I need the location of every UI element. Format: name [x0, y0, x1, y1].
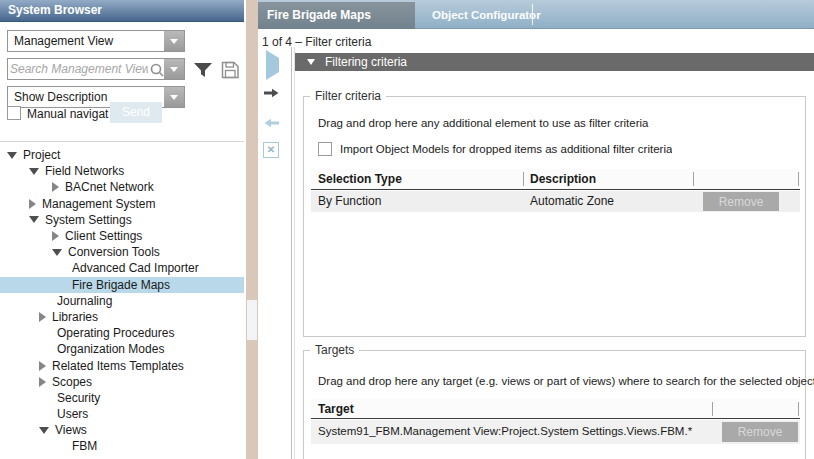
system-browser-panel: System Browser Management View Show De: [0, 0, 244, 459]
separator-line: [0, 141, 244, 142]
collapse-arrow-icon[interactable]: [39, 427, 49, 434]
back-arrow-icon: [265, 119, 280, 127]
column-separator[interactable]: [523, 172, 524, 186]
tree-item-journaling[interactable]: Journaling: [0, 293, 244, 309]
filtering-criteria-section-header[interactable]: Filtering criteria: [295, 53, 814, 71]
display-mode-arrow-button[interactable]: [164, 87, 184, 107]
tree-item-label: Fire Brigade Maps: [72, 278, 170, 292]
tree-item-views[interactable]: Views: [0, 422, 244, 438]
tree-item-management-system[interactable]: Management System: [0, 196, 244, 212]
filter-table-row[interactable]: By Function Automatic Zone Remove: [311, 191, 800, 212]
system-tree: ProjectField NetworksBACnet NetworkManag…: [0, 147, 244, 455]
tree-item-bacnet-network[interactable]: BACnet Network: [0, 179, 244, 195]
panel-splitter[interactable]: [246, 0, 258, 459]
collapse-arrow-icon[interactable]: [29, 168, 39, 175]
tree-item-advanced-cad-importer[interactable]: Advanced Cad Importer: [0, 260, 244, 276]
view-selector-dropdown[interactable]: Management View: [7, 30, 185, 52]
collapse-arrow-icon[interactable]: [307, 59, 315, 65]
search-input[interactable]: [10, 60, 148, 78]
remove-filter-button[interactable]: Remove: [703, 192, 779, 211]
expand-arrow-icon[interactable]: [39, 361, 46, 371]
tree-item-users[interactable]: Users: [0, 406, 244, 422]
manual-navigation-label: Manual navigatic: [27, 107, 109, 121]
tree-item-security[interactable]: Security: [0, 390, 244, 406]
view-selector-arrow-button[interactable]: [164, 31, 184, 51]
tree-item-label: FBM: [72, 439, 97, 453]
column-separator[interactable]: [798, 402, 799, 416]
column-separator[interactable]: [798, 172, 799, 186]
filter-icon[interactable]: [193, 62, 213, 78]
column-separator[interactable]: [712, 402, 713, 416]
tree-item-label: Scopes: [52, 375, 92, 389]
tree-item-scopes[interactable]: Scopes: [0, 374, 244, 390]
column-header-target[interactable]: Target: [318, 402, 354, 416]
expand-arrow-icon[interactable]: [29, 199, 36, 209]
back-button[interactable]: [263, 117, 280, 129]
expand-arrow-icon[interactable]: [39, 377, 46, 387]
section-header-label: Filtering criteria: [325, 53, 407, 71]
breadcrumb: 1 of 4 – Filter criteria: [262, 35, 371, 49]
targets-table-row[interactable]: System91_FBM.Management View:Project.Sys…: [311, 420, 800, 444]
splitter-grip-handle[interactable]: [247, 300, 257, 340]
manual-navigation-checkbox[interactable]: [7, 106, 21, 120]
chevron-down-icon: [170, 39, 178, 44]
tree-item-libraries[interactable]: Libraries: [0, 309, 244, 325]
view-selector-value: Management View: [14, 34, 113, 48]
tree-item-conversion-tools[interactable]: Conversion Tools: [0, 244, 244, 260]
tab-object-configurator[interactable]: Object Configurator: [430, 2, 545, 29]
tree-item-fbm[interactable]: FBM: [0, 438, 244, 454]
chevron-down-icon: [170, 67, 178, 72]
collapse-arrow-icon[interactable]: [52, 249, 62, 256]
search-icon[interactable]: [149, 62, 165, 78]
targets-group-label: Targets: [310, 343, 359, 357]
save-icon[interactable]: [221, 61, 240, 79]
tree-item-label: Management System: [42, 197, 155, 211]
filter-criteria-group-label: Filter criteria: [310, 89, 386, 103]
tree-item-operating-procedures[interactable]: Operating Procedures: [0, 325, 244, 341]
filter-drop-hint: Drag and drop here any additional elemen…: [318, 117, 649, 129]
remove-target-button[interactable]: Remove: [722, 422, 798, 442]
import-object-models-label: Import Object Models for dropped items a…: [340, 143, 672, 155]
tree-item-project[interactable]: Project: [0, 147, 244, 163]
tree-item-label: Views: [55, 423, 87, 437]
tree-item-label: Project: [23, 148, 60, 162]
tree-item-field-networks[interactable]: Field Networks: [0, 163, 244, 179]
search-box[interactable]: [7, 58, 185, 80]
column-header-description[interactable]: Description: [530, 172, 596, 186]
expand-arrow-icon[interactable]: [52, 182, 59, 192]
tree-item-label: Security: [57, 391, 100, 405]
tree-item-related-items-templates[interactable]: Related Items Templates: [0, 357, 244, 373]
targets-drop-hint: Drag and drop here any target (e.g. view…: [318, 375, 814, 387]
collapse-arrow-icon[interactable]: [29, 216, 39, 223]
work-area-panel: Fire Brigade Maps Object Configurator 1 …: [258, 0, 814, 459]
tree-item-label: Libraries: [52, 310, 98, 324]
filter-table-header: Selection Type Description: [311, 169, 800, 190]
tree-item-organization-modes[interactable]: Organization Modes: [0, 341, 244, 357]
send-button[interactable]: Send: [110, 102, 162, 123]
tree-item-label: Users: [57, 407, 88, 421]
tab-fire-brigade-maps[interactable]: Fire Brigade Maps: [258, 2, 415, 29]
column-header-selection-type[interactable]: Selection Type: [318, 172, 402, 186]
tree-item-label: System Settings: [45, 213, 132, 227]
tree-item-label: Journaling: [57, 294, 112, 308]
play-button[interactable]: [266, 58, 279, 72]
column-separator[interactable]: [693, 172, 694, 186]
tree-item-fire-brigade-maps[interactable]: Fire Brigade Maps: [0, 277, 244, 293]
application-window: System Browser Management View Show De: [0, 0, 814, 459]
filter-criteria-group: [303, 96, 806, 337]
collapse-arrow-icon[interactable]: [7, 152, 17, 159]
close-button[interactable]: ✕: [263, 142, 279, 158]
forward-button[interactable]: [263, 87, 280, 99]
vertical-divider: [291, 47, 292, 459]
expand-arrow-icon[interactable]: [39, 312, 46, 322]
tree-item-client-settings[interactable]: Client Settings: [0, 228, 244, 244]
tree-item-system-settings[interactable]: System Settings: [0, 212, 244, 228]
tree-item-label: Organization Modes: [57, 342, 164, 356]
targets-table-header: Target: [311, 399, 800, 419]
tree-item-label: Related Items Templates: [52, 359, 184, 373]
expand-arrow-icon[interactable]: [52, 231, 59, 241]
tree-item-label: Client Settings: [65, 229, 142, 243]
import-object-models-checkbox[interactable]: [318, 142, 332, 156]
chevron-down-icon: [170, 95, 178, 100]
search-dropdown-arrow-button[interactable]: [164, 59, 184, 79]
